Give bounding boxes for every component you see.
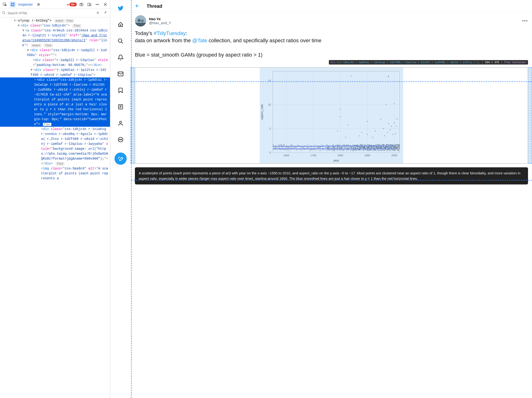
tree-line[interactable]: <div class="css-1dbjc4n r-1niwhzg r-vvn4…	[0, 127, 110, 166]
inspector-dimension-tooltip: div.css-1dbjc4n.r-1p0dtai.r-1mlwlqe.r-1d…	[329, 60, 528, 64]
svg-point-9	[118, 39, 122, 42]
dom-tree[interactable]: r-o7ynqc r-6416eg"> eventflex ▼<div clas…	[0, 17, 110, 398]
twitter-nav-rail	[110, 0, 131, 398]
responsive-icon[interactable]	[86, 1, 93, 8]
more-tools-icon[interactable]	[35, 1, 42, 8]
svg-rect-1	[11, 3, 14, 6]
svg-point-7	[2, 11, 5, 13]
search-html-input[interactable]	[7, 11, 93, 15]
tweet: Hao Ye @Hao_and_Y ••• Today's #TidyTuesd…	[131, 13, 532, 187]
svg-point-14	[119, 139, 120, 140]
eyedropper-icon[interactable]	[102, 11, 108, 15]
user-display-name[interactable]: Hao Ye	[149, 17, 171, 21]
compose-button[interactable]	[114, 153, 127, 165]
kebab-menu-icon[interactable]: •••	[94, 1, 101, 8]
add-node-icon[interactable]: +	[95, 10, 101, 16]
svg-point-18	[138, 19, 141, 22]
svg-point-15	[120, 139, 121, 140]
tree-line[interactable]: ▼<div class="css-1dbjc4n r-1adg3ll r-1ud…	[0, 48, 110, 58]
svg-rect-3	[80, 4, 83, 6]
tree-line[interactable]: <img class="css-9pa8cd" alt="A scatterpl…	[0, 166, 110, 181]
svg-point-16	[121, 139, 122, 140]
tweet-user-row: Hao Ye @Hao_and_Y •••	[135, 15, 528, 26]
bookmarks-icon[interactable]	[115, 84, 127, 96]
highlight-guide	[131, 81, 532, 82]
svg-point-12	[120, 121, 122, 123]
tree-line[interactable]: ▼<a class="css-4rbku5 css-18t94o4 css-1d…	[0, 28, 110, 48]
tree-line-selected[interactable]: ▼<div class="css-1dbjc4n r-1p0dtai r-1ml…	[0, 77, 110, 127]
devtools-toolbar: Inspector ●99+ •••	[0, 0, 110, 9]
highlight-guide	[131, 180, 532, 180]
devtools-search-bar: +	[0, 9, 110, 17]
home-icon[interactable]	[115, 19, 127, 31]
alt-text-display: A scatterplot of points (each point repr…	[135, 167, 528, 185]
highlight-guide	[131, 0, 132, 398]
twitter-app: Thread Hao Ye @Hao_and_Y ••• Today's #Ti…	[110, 0, 532, 398]
screenshot-icon[interactable]	[78, 1, 85, 8]
back-arrow-icon[interactable]	[135, 4, 139, 9]
svg-point-4	[81, 4, 82, 5]
svg-rect-1035	[260, 68, 403, 163]
lists-icon[interactable]	[115, 101, 127, 113]
tweet-more-icon[interactable]: •••	[522, 19, 528, 24]
devtools-panel: Inspector ●99+ ••• + r-o7ynqc r-6416eg">…	[0, 0, 110, 398]
tree-line[interactable]: ▼<div class="r-1p0dtai r-1pi2tsx r-1d2f4…	[0, 68, 110, 77]
search-icon	[2, 11, 6, 15]
element-picker-icon[interactable]	[1, 1, 8, 8]
tree-line[interactable]: r-o7ynqc r-6416eg"> eventflex	[0, 18, 110, 23]
tree-line[interactable]: ▼<div class="css-1dbjc4n"> flex	[0, 23, 110, 28]
notifications-icon[interactable]	[115, 52, 127, 63]
tweet-text: Today's #TidyTuesday: data on artwork fr…	[135, 30, 528, 59]
user-handle[interactable]: @Hao_and_Y	[149, 21, 171, 25]
svg-rect-2	[12, 4, 14, 5]
hashtag-link[interactable]: #TidyTuesday	[154, 30, 186, 36]
tree-line[interactable]: <div class="r-1adg3ll r-13qz1uu" style="…	[0, 58, 110, 68]
svg-point-19	[141, 19, 144, 22]
thread-header: Thread	[131, 0, 532, 13]
inspector-tab-icon[interactable]	[9, 1, 16, 8]
error-count-badge[interactable]: ●99+	[67, 3, 77, 6]
profile-icon[interactable]	[115, 117, 127, 129]
close-devtools-icon[interactable]	[102, 1, 109, 8]
avatar[interactable]	[135, 15, 146, 26]
page-title: Thread	[147, 4, 162, 9]
explore-icon[interactable]	[115, 35, 127, 47]
twitter-logo-icon[interactable]	[115, 2, 127, 14]
svg-point-8	[120, 25, 121, 26]
mention-link[interactable]: @Tate	[192, 38, 207, 43]
inspector-tab-label[interactable]: Inspector	[17, 2, 34, 6]
more-icon[interactable]	[115, 134, 127, 146]
messages-icon[interactable]	[115, 68, 127, 80]
svg-rect-20	[135, 23, 146, 26]
twitter-main-column: Thread Hao Ye @Hao_and_Y ••• Today's #Ti…	[131, 0, 532, 398]
